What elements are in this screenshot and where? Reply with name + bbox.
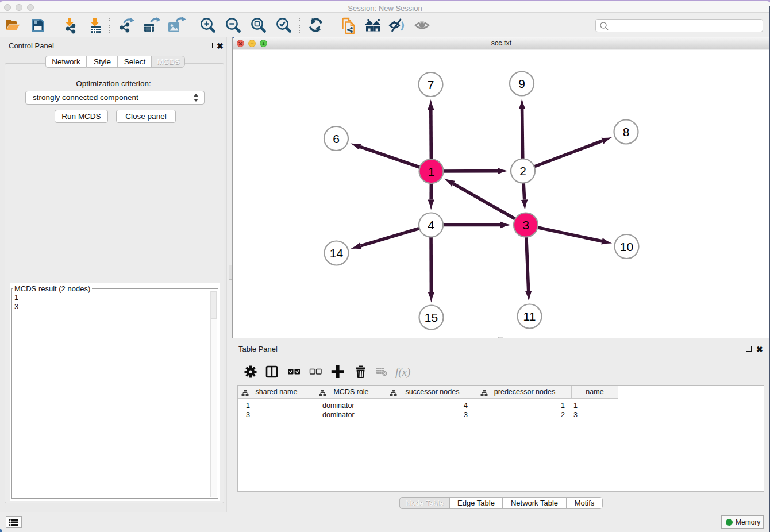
svg-text:6: 6 <box>333 132 340 145</box>
svg-text:f(x): f(x) <box>395 366 410 379</box>
svg-text:2: 2 <box>519 164 526 178</box>
svg-text:11: 11 <box>523 310 536 323</box>
svg-text:14: 14 <box>330 246 344 260</box>
svg-text:15: 15 <box>425 311 438 324</box>
svg-text:4: 4 <box>428 218 434 232</box>
svg-text:3: 3 <box>522 218 529 232</box>
svg-text:8: 8 <box>623 125 630 138</box>
svg-text:9: 9 <box>518 77 525 90</box>
svg-text:10: 10 <box>620 240 633 253</box>
svg-text:1: 1 <box>428 165 435 178</box>
svg-text:7: 7 <box>428 78 434 91</box>
